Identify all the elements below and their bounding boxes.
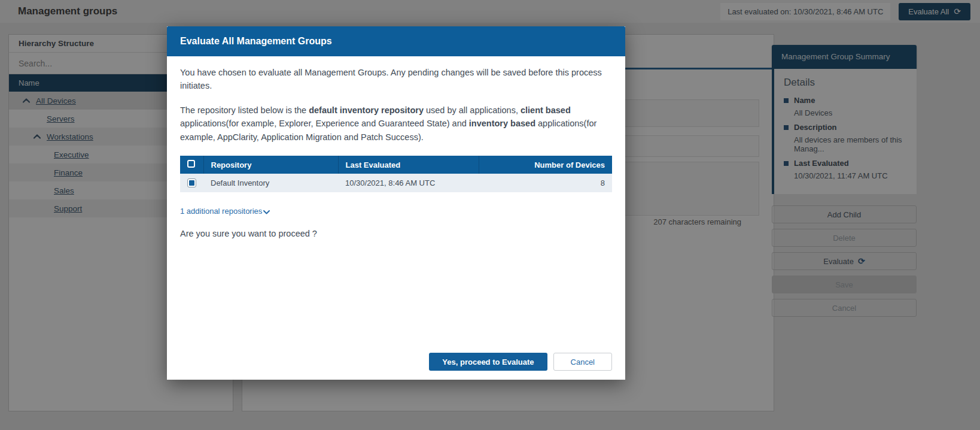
modal-cancel-button[interactable]: Cancel: [553, 353, 612, 371]
repository-table-row: Default Inventory 10/30/2021, 8:46 AM UT…: [180, 174, 612, 192]
repository-table: Repository Last Evaluated Number of Devi…: [180, 156, 612, 192]
modal-body: You have chosen to evaluate all Manageme…: [167, 56, 625, 380]
proceed-to-evaluate-button[interactable]: Yes, proceed to Evaluate: [429, 353, 547, 371]
cell-number-of-devices: 8: [479, 174, 612, 192]
modal-paragraph-2: The repository listed below is the defau…: [180, 104, 612, 144]
cell-repository: Default Inventory: [203, 174, 338, 192]
repository-table-header-row: Repository Last Evaluated Number of Devi…: [180, 156, 612, 174]
cell-last-evaluated: 10/30/2021, 8:46 AM UTC: [338, 174, 479, 192]
evaluate-all-modal: Evaluate All Management Groups You have …: [167, 26, 625, 380]
additional-repositories-link[interactable]: 1 additional repositories: [180, 207, 270, 216]
select-all-checkbox[interactable]: [187, 160, 195, 168]
row-checkbox-checked[interactable]: [187, 178, 196, 187]
modal-footer: Yes, proceed to Evaluate Cancel: [429, 353, 612, 371]
modal-title: Evaluate All Management Groups: [167, 26, 625, 56]
confirm-question: Are you sure you want to proceed ?: [180, 229, 612, 238]
column-header-number-of-devices: Number of Devices: [479, 156, 612, 174]
chevron-down-icon: [263, 210, 270, 214]
column-header-repository: Repository: [203, 156, 338, 174]
modal-paragraph-1: You have chosen to evaluate all Manageme…: [180, 66, 612, 93]
column-header-last-evaluated: Last Evaluated: [338, 156, 479, 174]
